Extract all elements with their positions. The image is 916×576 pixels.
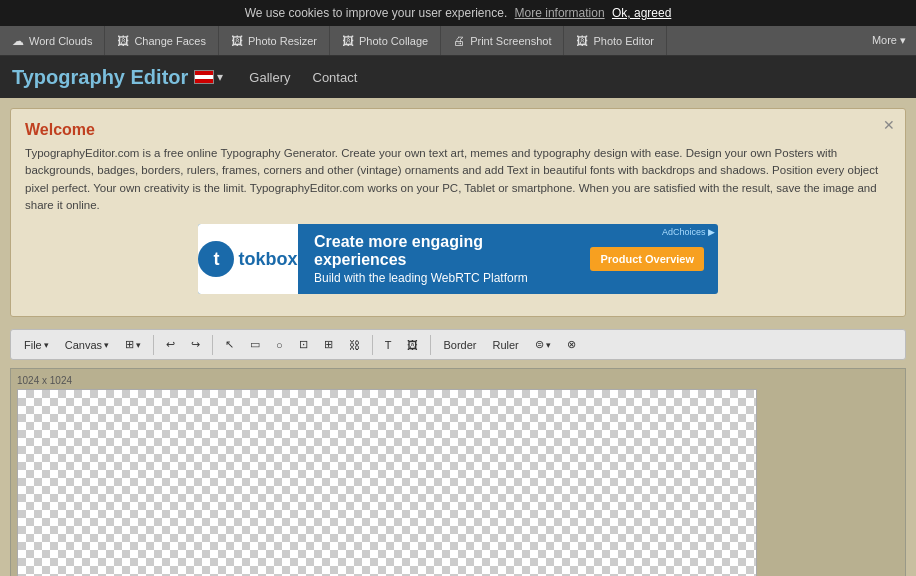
main-content: Welcome ✕ TypographyEditor.com is a free… <box>0 98 916 576</box>
tab-photo-resizer-label: Photo Resizer <box>248 35 317 47</box>
site-title-accent: Editor <box>125 66 188 88</box>
tab-bar: ☁ Word Clouds 🖼 Change Faces 🖼 Photo Res… <box>0 26 916 56</box>
change-faces-icon: 🖼 <box>117 34 129 48</box>
redo-button[interactable]: ↪ <box>184 334 207 355</box>
text-icon: T <box>385 339 392 351</box>
ad-logo-text: tokbox <box>238 249 297 270</box>
print-screenshot-icon: 🖨 <box>453 34 465 48</box>
ruler-button[interactable]: Ruler <box>485 335 525 355</box>
select-icon: ↖ <box>225 338 234 351</box>
crop-icon: ⊡ <box>299 338 308 351</box>
nav-gallery[interactable]: Gallery <box>243 66 296 89</box>
tab-more-label: More ▾ <box>872 34 906 47</box>
image-icon: 🖼 <box>407 339 418 351</box>
tab-more[interactable]: More ▾ <box>862 26 916 55</box>
flag-icon <box>194 70 214 84</box>
toolbar-divider-1 <box>153 335 154 355</box>
welcome-text: TypographyEditor.com is a free online Ty… <box>25 145 891 214</box>
photo-editor-icon: 🖼 <box>576 34 588 48</box>
toolbar-divider-2 <box>212 335 213 355</box>
align-icon: ⊜ <box>535 338 544 351</box>
close-welcome-button[interactable]: ✕ <box>883 117 895 133</box>
photo-collage-icon: 🖼 <box>342 34 354 48</box>
canvas-label: Canvas <box>65 339 102 351</box>
layers-icon: ⊗ <box>567 338 576 351</box>
canvas-menu-button[interactable]: Canvas ▾ <box>58 335 116 355</box>
cookie-message: We use cookies to improve your user expe… <box>245 6 508 20</box>
grid-arrow-icon: ▾ <box>136 340 141 350</box>
welcome-title: Welcome <box>25 121 891 139</box>
tab-word-clouds-label: Word Clouds <box>29 35 92 47</box>
ad-banner: t tokbox Create more engaging experience… <box>198 224 718 294</box>
flag-arrow: ▾ <box>217 70 223 84</box>
chain-icon: ⛓ <box>349 339 360 351</box>
ad-logo-area: t tokbox <box>198 224 298 294</box>
ad-content: Create more engaging experiences Build w… <box>298 233 590 285</box>
file-menu-button[interactable]: File ▾ <box>17 335 56 355</box>
nav-links: Gallery Contact <box>243 66 363 89</box>
toolbar-divider-3 <box>372 335 373 355</box>
cookie-agree-link[interactable]: Ok, agreed <box>612 6 671 20</box>
circle-tool-button[interactable]: ○ <box>269 335 290 355</box>
tab-photo-collage[interactable]: 🖼 Photo Collage <box>330 26 441 55</box>
crop-tool-button[interactable]: ⊡ <box>292 334 315 355</box>
file-label: File <box>24 339 42 351</box>
text-tool-button[interactable]: T <box>378 335 399 355</box>
tab-print-screenshot-label: Print Screenshot <box>470 35 551 47</box>
image-tool-button[interactable]: 🖼 <box>400 335 425 355</box>
canvas-arrow-icon: ▾ <box>104 340 109 350</box>
border-button[interactable]: Border <box>436 335 483 355</box>
nav-bar: Typography Editor ▾ Gallery Contact <box>0 56 916 98</box>
language-selector[interactable]: ▾ <box>194 70 223 84</box>
site-title: Typography Editor <box>12 66 188 89</box>
file-arrow-icon: ▾ <box>44 340 49 350</box>
grid-icon: ⊞ <box>125 338 134 351</box>
word-clouds-icon: ☁ <box>12 34 24 48</box>
border-label: Border <box>443 339 476 351</box>
layers-button[interactable]: ⊗ <box>560 334 583 355</box>
ad-cta-button[interactable]: Product Overview <box>590 247 704 271</box>
welcome-box: Welcome ✕ TypographyEditor.com is a free… <box>10 108 906 317</box>
tab-print-screenshot[interactable]: 🖨 Print Screenshot <box>441 26 564 55</box>
undo-button[interactable]: ↩ <box>159 334 182 355</box>
canvas-container: 1024 x 1024 <box>10 368 906 576</box>
tab-change-faces[interactable]: 🖼 Change Faces <box>105 26 219 55</box>
transform-tool-button[interactable]: ⊞ <box>317 334 340 355</box>
ad-choices[interactable]: AdChoices ▶ <box>662 227 715 237</box>
tab-photo-collage-label: Photo Collage <box>359 35 428 47</box>
canvas-area[interactable] <box>17 389 757 576</box>
cookie-bar: We use cookies to improve your user expe… <box>0 0 916 26</box>
undo-icon: ↩ <box>166 338 175 351</box>
tab-word-clouds[interactable]: ☁ Word Clouds <box>0 26 105 55</box>
redo-icon: ↪ <box>191 338 200 351</box>
ad-logo-icon: t <box>198 241 234 277</box>
tab-photo-editor[interactable]: 🖼 Photo Editor <box>564 26 667 55</box>
circle-icon: ○ <box>276 339 283 351</box>
canvas-size-label: 1024 x 1024 <box>17 375 899 386</box>
select-tool-button[interactable]: ↖ <box>218 334 241 355</box>
toolbar-divider-4 <box>430 335 431 355</box>
tab-change-faces-label: Change Faces <box>134 35 206 47</box>
ruler-label: Ruler <box>492 339 518 351</box>
tab-photo-editor-label: Photo Editor <box>593 35 654 47</box>
rect-icon: ▭ <box>250 338 260 351</box>
toolbar: File ▾ Canvas ▾ ⊞ ▾ ↩ ↪ ↖ ▭ ○ ⊡ <box>10 329 906 360</box>
rect-tool-button[interactable]: ▭ <box>243 334 267 355</box>
ad-subline: Build with the leading WebRTC Platform <box>314 271 574 285</box>
align-button[interactable]: ⊜ ▾ <box>528 334 558 355</box>
photo-resizer-icon: 🖼 <box>231 34 243 48</box>
align-arrow-icon: ▾ <box>546 340 551 350</box>
cookie-info-link[interactable]: More information <box>515 6 605 20</box>
ad-headline: Create more engaging experiences <box>314 233 574 269</box>
chain-tool-button[interactable]: ⛓ <box>342 335 367 355</box>
nav-contact[interactable]: Contact <box>307 66 364 89</box>
grid-button[interactable]: ⊞ ▾ <box>118 334 148 355</box>
transform-icon: ⊞ <box>324 338 333 351</box>
tab-photo-resizer[interactable]: 🖼 Photo Resizer <box>219 26 330 55</box>
site-title-main: Typography <box>12 66 125 88</box>
